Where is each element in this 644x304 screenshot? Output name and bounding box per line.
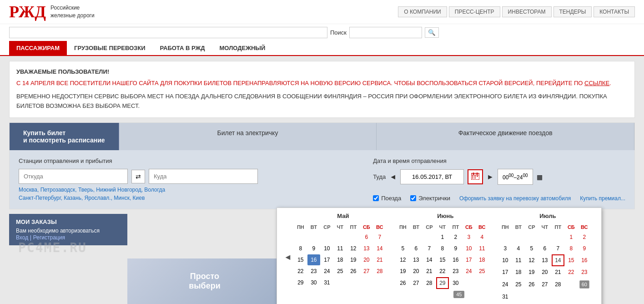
cal-day-1-3[interactable]: 1 xyxy=(436,232,449,243)
cal-day-1-21[interactable]: 19 xyxy=(397,266,409,277)
cal-day-0-9[interactable]: 10 xyxy=(321,243,333,254)
cal-day-2-17[interactable]: 13 xyxy=(538,254,551,266)
cal-day-1-6[interactable]: 4 xyxy=(476,232,488,243)
nav-cargo[interactable]: ГРУЗОВЫЕ ПЕРЕВОЗКИ xyxy=(67,41,152,55)
cal-day-1-32[interactable]: 30 xyxy=(449,277,462,289)
cal-day-1-12[interactable]: 10 xyxy=(463,243,475,254)
tab-actual-movement[interactable]: Фактическое движение поездов xyxy=(377,123,634,150)
cal-day-1-30[interactable]: 28 xyxy=(423,277,436,289)
cal-day-2-32[interactable]: 28 xyxy=(552,278,564,291)
cal-day-1-4[interactable]: 2 xyxy=(449,232,462,243)
cal-day-1-20[interactable]: 18 xyxy=(476,254,488,265)
cal-day-0-16[interactable]: 17 xyxy=(321,254,333,265)
search-button[interactable]: 🔍 xyxy=(425,27,439,38)
cal-day-0-24[interactable]: 25 xyxy=(334,266,347,277)
cal-day-1-31[interactable]: 29 xyxy=(436,277,449,289)
cal-day-2-35[interactable]: 31 xyxy=(499,291,512,302)
tab-buy-ticket[interactable]: Купить билет и посмотреть расписание xyxy=(10,123,119,150)
nav-youth[interactable]: МОЛОДЕЖНЫЙ xyxy=(212,41,273,55)
checkbox-trains[interactable] xyxy=(373,195,379,201)
cal-day-1-13[interactable]: 11 xyxy=(476,243,488,254)
nav-press[interactable]: ПРЕСС-ЦЕНТР xyxy=(449,6,500,17)
cal-day-1-28[interactable]: 26 xyxy=(397,277,409,289)
cal-day-2-16[interactable]: 12 xyxy=(525,254,538,266)
nav-about[interactable]: О КОМПАНИИ xyxy=(398,6,447,17)
cal-day-2-25[interactable]: 21 xyxy=(552,267,564,278)
global-search-input[interactable] xyxy=(9,27,327,38)
cal-day-2-12[interactable]: 8 xyxy=(565,243,578,254)
cal-day-0-11[interactable]: 12 xyxy=(347,243,360,254)
cal-day-1-17[interactable]: 15 xyxy=(436,254,449,265)
cal-day-1-10[interactable]: 8 xyxy=(436,243,449,254)
search-box-input[interactable] xyxy=(349,27,422,38)
cal-day-1-16[interactable]: 14 xyxy=(423,254,436,265)
cal-day-2-21[interactable]: 17 xyxy=(499,267,512,278)
time-button[interactable]: ▦ xyxy=(537,173,543,181)
cal-day-1-8[interactable]: 6 xyxy=(410,243,423,254)
cal-day-2-15[interactable]: 11 xyxy=(512,254,525,266)
cal-day-0-19[interactable]: 20 xyxy=(360,254,373,265)
cal-day-2-23[interactable]: 19 xyxy=(525,267,538,278)
cal-day-2-9[interactable]: 5 xyxy=(525,243,538,254)
nav-tenders[interactable]: ТЕНДЕРЫ xyxy=(553,6,592,17)
checkbox-trains-label[interactable]: Поезда xyxy=(373,195,401,202)
cal-day-1-27[interactable]: 25 xyxy=(476,266,488,277)
calendar-open-button[interactable] xyxy=(468,169,483,184)
cal-day-2-18[interactable]: 14 xyxy=(552,254,564,266)
cal-day-0-8[interactable]: 9 xyxy=(307,243,320,254)
nav-contacts[interactable]: КОНТАКТЫ xyxy=(594,6,635,17)
cal-day-0-20[interactable]: 21 xyxy=(373,254,386,265)
to-input[interactable] xyxy=(149,169,258,184)
cal-day-1-9[interactable]: 7 xyxy=(423,243,436,254)
cal-day-0-22[interactable]: 23 xyxy=(307,266,320,277)
checkbox-elektr[interactable] xyxy=(410,195,416,201)
checkbox-elektr-label[interactable]: Электрички xyxy=(410,195,450,202)
cal-day-0-23[interactable]: 24 xyxy=(321,266,333,277)
cal-day-2-8[interactable]: 4 xyxy=(512,243,525,254)
cal-day-0-29[interactable]: 30 xyxy=(307,277,320,288)
cal-day-2-29[interactable]: 25 xyxy=(512,278,525,291)
cal-day-1-19[interactable]: 17 xyxy=(463,254,475,265)
cal-day-1-14[interactable]: 12 xyxy=(397,254,409,265)
cal-day-1-24[interactable]: 22 xyxy=(436,266,449,277)
cal-day-1-11[interactable]: 9 xyxy=(449,243,462,254)
cal-day-2-30[interactable]: 26 xyxy=(525,278,538,291)
cal-day-2-31[interactable]: 27 xyxy=(538,278,551,291)
promo-banner[interactable]: Просто выбери xyxy=(127,258,282,304)
cal-day-2-7[interactable]: 3 xyxy=(499,243,512,254)
tab-elektrichka[interactable]: Билет на электричку xyxy=(119,123,377,150)
date-next-button[interactable]: ► xyxy=(487,173,494,181)
cal-day-1-23[interactable]: 21 xyxy=(423,266,436,277)
nav-passengers[interactable]: ПАССАЖИРАМ xyxy=(9,41,67,55)
cal-day-2-19[interactable]: 15 xyxy=(565,254,578,266)
cal-day-0-17[interactable]: 18 xyxy=(334,254,347,265)
cal-day-2-22[interactable]: 18 xyxy=(512,267,525,278)
cal-day-2-11[interactable]: 7 xyxy=(552,243,564,254)
cal-day-2-24[interactable]: 20 xyxy=(538,267,551,278)
cal-day-0-27[interactable]: 28 xyxy=(373,266,386,277)
cal-day-0-25[interactable]: 26 xyxy=(347,266,360,277)
link-auto[interactable]: Оформить заявку на перевозку автомобиля xyxy=(459,195,571,202)
cal-day-2-20[interactable]: 16 xyxy=(578,254,591,266)
cal-day-0-5[interactable]: 6 xyxy=(360,232,373,243)
swap-button[interactable]: ⇄ xyxy=(131,170,145,183)
link-premium[interactable]: Купить премиал... xyxy=(580,195,625,202)
cal-day-0-12[interactable]: 13 xyxy=(360,243,373,254)
nav-investors[interactable]: ИНВЕСТОРАМ xyxy=(502,6,552,17)
cal-day-2-13[interactable]: 9 xyxy=(578,243,591,254)
cal-day-2-10[interactable]: 6 xyxy=(538,243,551,254)
cal-day-0-13[interactable]: 14 xyxy=(373,243,386,254)
cal-day-0-21[interactable]: 22 xyxy=(294,266,307,277)
cal-day-1-15[interactable]: 13 xyxy=(410,254,423,265)
cal-day-0-30[interactable]: 31 xyxy=(321,277,333,288)
from-input[interactable] xyxy=(19,169,128,184)
cal-day-2-27[interactable]: 23 xyxy=(578,267,591,278)
cal-day-0-14[interactable]: 15 xyxy=(294,254,307,265)
date-prev-button[interactable]: ◄ xyxy=(389,173,397,181)
cal-day-0-26[interactable]: 27 xyxy=(360,266,373,277)
cal-day-2-6[interactable]: 2 xyxy=(578,232,591,243)
cal-day-2-14[interactable]: 10 xyxy=(499,254,512,266)
cal-day-0-10[interactable]: 11 xyxy=(334,243,347,254)
cal-day-0-28[interactable]: 29 xyxy=(294,277,307,288)
cal-day-2-5[interactable]: 1 xyxy=(565,232,578,243)
